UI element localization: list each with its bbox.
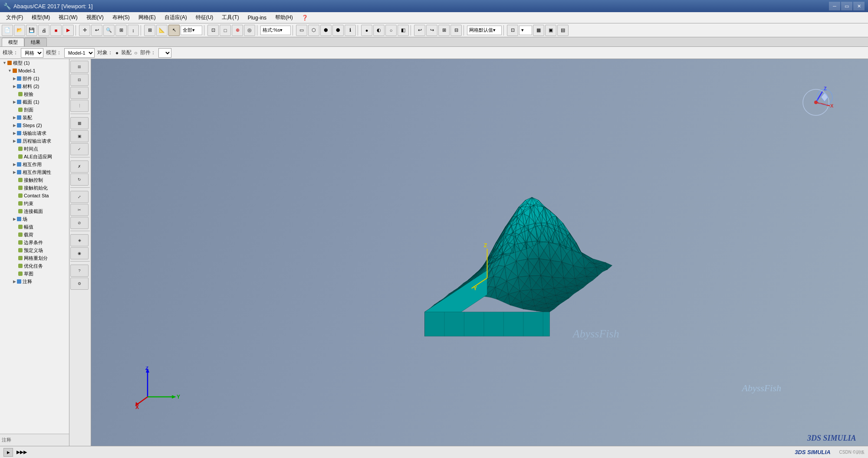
tree-item[interactable]: 时间点 bbox=[0, 145, 69, 153]
tree-item[interactable]: 载荷 bbox=[0, 231, 69, 239]
format-dropdown[interactable]: 格式:%s▾ bbox=[260, 26, 291, 35]
arrow-up-button[interactable]: ↕ bbox=[128, 25, 139, 36]
close-button[interactable]: ✕ bbox=[853, 2, 865, 10]
tree-item[interactable]: ▶ 注释 bbox=[0, 278, 69, 285]
options-btn[interactable]: ⚙ bbox=[70, 278, 89, 290]
viewport-dropdown[interactable]: ▾ bbox=[519, 26, 532, 35]
minimize-button[interactable]: ─ bbox=[829, 2, 840, 10]
tree-item[interactable]: 幅值 bbox=[0, 223, 69, 231]
info-btn[interactable]: ℹ bbox=[345, 25, 356, 36]
seed-part-btn[interactable]: ⊠ bbox=[70, 87, 89, 99]
part-select[interactable] bbox=[158, 48, 171, 58]
menu-question[interactable]: ❓ bbox=[297, 13, 312, 23]
remesh-btn[interactable]: ↻ bbox=[70, 173, 89, 186]
delete-mesh-btn[interactable]: ✗ bbox=[70, 160, 89, 173]
section-view-btn[interactable]: ⊘ bbox=[70, 217, 89, 229]
redo-btn[interactable]: ↪ bbox=[426, 25, 437, 36]
tool-c[interactable]: ⊕ bbox=[232, 25, 243, 36]
tree-item[interactable]: ▶ 相互作用属性 bbox=[0, 168, 69, 176]
module-select[interactable]: 网格 bbox=[21, 48, 43, 58]
op1-btn[interactable]: ⊞ bbox=[438, 25, 450, 36]
grid-button[interactable]: ⊞ bbox=[144, 25, 155, 36]
menu-plugins[interactable]: Plug-ins bbox=[243, 13, 271, 23]
tab-results[interactable]: 结果 bbox=[24, 38, 47, 46]
mesh-part-btn[interactable]: ▣ bbox=[70, 130, 89, 142]
render-btn[interactable]: ⬣ bbox=[332, 25, 344, 36]
viewport-btn1[interactable]: ⊡ bbox=[507, 25, 518, 36]
tree-item[interactable]: ▶ 材料 (2) bbox=[0, 82, 69, 90]
viewport[interactable]: Z X Z Y bbox=[91, 59, 868, 446]
transform-btn[interactable]: ⤢ bbox=[70, 191, 89, 203]
undo-btn[interactable]: ↩ bbox=[414, 25, 425, 36]
highlight-btn[interactable]: ◉ bbox=[70, 247, 89, 259]
seed-face-btn[interactable]: ⊟ bbox=[70, 74, 89, 86]
tool-a[interactable]: ⊡ bbox=[207, 25, 219, 36]
tree-item[interactable]: 优化任务 bbox=[0, 262, 69, 270]
tree-item[interactable]: 剖面 bbox=[0, 106, 69, 114]
tree-item[interactable]: ▶ Steps (2) bbox=[0, 121, 69, 129]
tree-item[interactable]: ▼ Model-1 bbox=[0, 67, 69, 75]
menu-seed[interactable]: 布种(S) bbox=[108, 13, 134, 23]
tree-item[interactable]: ▶ 相互作用 bbox=[0, 160, 69, 168]
tree-item[interactable]: 接触初始化 bbox=[0, 184, 69, 192]
query-btn[interactable]: ? bbox=[70, 265, 89, 277]
menu-feature[interactable]: 特征(U) bbox=[191, 13, 218, 23]
select-dropdown[interactable]: 全部▾ bbox=[181, 26, 202, 35]
dimension-button[interactable]: 📐 bbox=[156, 25, 168, 36]
menu-view[interactable]: 视图(V) bbox=[82, 13, 108, 23]
restore-button[interactable]: ▭ bbox=[841, 2, 852, 10]
menu-adaptive[interactable]: 自适应(A) bbox=[160, 13, 191, 23]
tab-model[interactable]: 模型 bbox=[2, 38, 24, 46]
seed-edge-btn[interactable]: ⊞ bbox=[70, 61, 89, 73]
menu-tools[interactable]: 工具(T) bbox=[217, 13, 243, 23]
wire-btn[interactable]: ⬢ bbox=[320, 25, 332, 36]
print-button[interactable]: 🖨 bbox=[38, 25, 49, 36]
status-icon-btn[interactable]: ▶ bbox=[3, 448, 13, 457]
tree-item[interactable]: 预定义场 bbox=[0, 246, 69, 254]
menu-model[interactable]: 模型(M) bbox=[27, 13, 54, 23]
move-button[interactable]: ✛ bbox=[79, 25, 90, 36]
menu-mesh[interactable]: 网格(E) bbox=[134, 13, 160, 23]
sphere-btn[interactable]: ⬡ bbox=[308, 25, 319, 36]
tree-item[interactable]: ▶ 历程输出请求 bbox=[0, 137, 69, 145]
tool-b[interactable]: □ bbox=[220, 25, 231, 36]
new-button[interactable]: 📄 bbox=[2, 25, 13, 36]
tree-item[interactable]: 接触控制 bbox=[0, 176, 69, 184]
tree-item[interactable]: ALE自适应网 bbox=[0, 153, 69, 160]
tree-item[interactable]: 草图 bbox=[0, 270, 69, 278]
tree-item[interactable]: ▶ 部件 (1) bbox=[0, 75, 69, 82]
menu-viewport[interactable]: 视口(W) bbox=[54, 13, 82, 23]
run-button[interactable]: ▶ bbox=[62, 25, 74, 36]
tree-item[interactable]: Contact Sta bbox=[0, 192, 69, 200]
menu-help[interactable]: 帮助(H) bbox=[271, 13, 297, 23]
cursor-button[interactable]: ↖ bbox=[168, 25, 180, 36]
tree-item[interactable]: ▶ 装配 bbox=[0, 114, 69, 121]
elem-type-btn[interactable]: ▦ bbox=[70, 117, 89, 129]
layout-btn1[interactable]: ▦ bbox=[533, 25, 544, 36]
tool-d[interactable]: ◎ bbox=[244, 25, 255, 36]
display-group-btn[interactable]: ◈ bbox=[70, 234, 89, 246]
save-button[interactable]: 💾 bbox=[26, 25, 37, 36]
view-cut-btn[interactable]: ✂ bbox=[70, 204, 89, 216]
mesh-default-dropdown[interactable]: 网格默认值▾ bbox=[467, 26, 502, 35]
stop-button[interactable]: ■ bbox=[50, 25, 62, 36]
tree-item[interactable]: 边界条件 bbox=[0, 239, 69, 246]
menu-file[interactable]: 文件(F) bbox=[2, 13, 27, 23]
tree-item[interactable]: ▶ 场 bbox=[0, 215, 69, 223]
tree-item[interactable]: 连接截面 bbox=[0, 207, 69, 215]
circle2-btn[interactable]: ◐ bbox=[373, 25, 385, 36]
tree-item[interactable]: 校验 bbox=[0, 90, 69, 98]
rotate-button[interactable]: ↩ bbox=[91, 25, 102, 36]
analysis-btn[interactable]: ◧ bbox=[398, 25, 409, 36]
tree-item[interactable]: ▼ 模型 (1) bbox=[0, 59, 69, 67]
mesh-ctrl-btn[interactable]: ⋮ bbox=[70, 100, 89, 112]
model-select[interactable]: Model-1 bbox=[64, 48, 95, 58]
layout-btn2[interactable]: ▣ bbox=[545, 25, 556, 36]
tree-item[interactable]: ▶ 截面 (1) bbox=[0, 98, 69, 106]
open-button[interactable]: 📂 bbox=[14, 25, 25, 36]
op2-btn[interactable]: ⊟ bbox=[450, 25, 462, 36]
circle1-btn[interactable]: ● bbox=[361, 25, 372, 36]
layout-btn3[interactable]: ▤ bbox=[557, 25, 569, 36]
tree-item[interactable]: 网格重划分 bbox=[0, 254, 69, 262]
select-button[interactable]: ⊞ bbox=[115, 25, 127, 36]
